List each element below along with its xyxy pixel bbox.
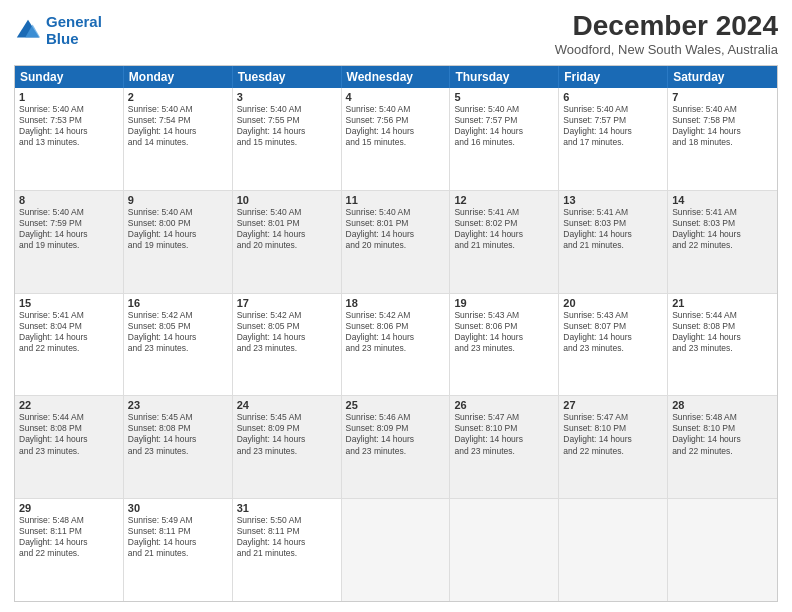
calendar-cell-1-4: 4Sunrise: 5:40 AM Sunset: 7:56 PM Daylig… bbox=[342, 88, 451, 190]
calendar-cell-2-4: 11Sunrise: 5:40 AM Sunset: 8:01 PM Dayli… bbox=[342, 191, 451, 293]
day-number: 15 bbox=[19, 297, 119, 309]
logo-line1: General bbox=[46, 13, 102, 30]
day-number: 11 bbox=[346, 194, 446, 206]
title-area: December 2024 Woodford, New South Wales,… bbox=[555, 10, 778, 57]
day-number: 23 bbox=[128, 399, 228, 411]
calendar-cell-3-2: 16Sunrise: 5:42 AM Sunset: 8:05 PM Dayli… bbox=[124, 294, 233, 396]
calendar-cell-1-1: 1Sunrise: 5:40 AM Sunset: 7:53 PM Daylig… bbox=[15, 88, 124, 190]
day-number: 22 bbox=[19, 399, 119, 411]
calendar-cell-1-7: 7Sunrise: 5:40 AM Sunset: 7:58 PM Daylig… bbox=[668, 88, 777, 190]
calendar-cell-2-5: 12Sunrise: 5:41 AM Sunset: 8:02 PM Dayli… bbox=[450, 191, 559, 293]
calendar-cell-5-3: 31Sunrise: 5:50 AM Sunset: 8:11 PM Dayli… bbox=[233, 499, 342, 601]
day-info: Sunrise: 5:47 AM Sunset: 8:10 PM Dayligh… bbox=[454, 412, 554, 456]
calendar-cell-1-3: 3Sunrise: 5:40 AM Sunset: 7:55 PM Daylig… bbox=[233, 88, 342, 190]
day-number: 17 bbox=[237, 297, 337, 309]
calendar-cell-1-5: 5Sunrise: 5:40 AM Sunset: 7:57 PM Daylig… bbox=[450, 88, 559, 190]
day-info: Sunrise: 5:40 AM Sunset: 8:00 PM Dayligh… bbox=[128, 207, 228, 251]
calendar-cell-3-6: 20Sunrise: 5:43 AM Sunset: 8:07 PM Dayli… bbox=[559, 294, 668, 396]
calendar-cell-5-2: 30Sunrise: 5:49 AM Sunset: 8:11 PM Dayli… bbox=[124, 499, 233, 601]
day-number: 12 bbox=[454, 194, 554, 206]
day-number: 16 bbox=[128, 297, 228, 309]
day-number: 4 bbox=[346, 91, 446, 103]
calendar-cell-4-1: 22Sunrise: 5:44 AM Sunset: 8:08 PM Dayli… bbox=[15, 396, 124, 498]
day-info: Sunrise: 5:40 AM Sunset: 7:55 PM Dayligh… bbox=[237, 104, 337, 148]
day-info: Sunrise: 5:40 AM Sunset: 7:59 PM Dayligh… bbox=[19, 207, 119, 251]
logo-line2: Blue bbox=[46, 30, 79, 47]
day-info: Sunrise: 5:45 AM Sunset: 8:09 PM Dayligh… bbox=[237, 412, 337, 456]
calendar: SundayMondayTuesdayWednesdayThursdayFrid… bbox=[14, 65, 778, 602]
day-number: 21 bbox=[672, 297, 773, 309]
day-info: Sunrise: 5:42 AM Sunset: 8:05 PM Dayligh… bbox=[237, 310, 337, 354]
header-day-saturday: Saturday bbox=[668, 66, 777, 88]
logo: General Blue bbox=[14, 14, 102, 47]
calendar-cell-4-7: 28Sunrise: 5:48 AM Sunset: 8:10 PM Dayli… bbox=[668, 396, 777, 498]
day-info: Sunrise: 5:41 AM Sunset: 8:03 PM Dayligh… bbox=[563, 207, 663, 251]
calendar-cell-5-4 bbox=[342, 499, 451, 601]
day-info: Sunrise: 5:40 AM Sunset: 7:53 PM Dayligh… bbox=[19, 104, 119, 148]
calendar-cell-5-7 bbox=[668, 499, 777, 601]
day-number: 9 bbox=[128, 194, 228, 206]
day-number: 28 bbox=[672, 399, 773, 411]
day-info: Sunrise: 5:40 AM Sunset: 7:57 PM Dayligh… bbox=[563, 104, 663, 148]
calendar-cell-5-6 bbox=[559, 499, 668, 601]
day-number: 25 bbox=[346, 399, 446, 411]
calendar-cell-3-1: 15Sunrise: 5:41 AM Sunset: 8:04 PM Dayli… bbox=[15, 294, 124, 396]
header-day-friday: Friday bbox=[559, 66, 668, 88]
day-info: Sunrise: 5:45 AM Sunset: 8:08 PM Dayligh… bbox=[128, 412, 228, 456]
day-info: Sunrise: 5:49 AM Sunset: 8:11 PM Dayligh… bbox=[128, 515, 228, 559]
day-number: 19 bbox=[454, 297, 554, 309]
logo-text: General Blue bbox=[46, 14, 102, 47]
calendar-row-2: 8Sunrise: 5:40 AM Sunset: 7:59 PM Daylig… bbox=[15, 191, 777, 294]
day-info: Sunrise: 5:42 AM Sunset: 8:06 PM Dayligh… bbox=[346, 310, 446, 354]
day-number: 29 bbox=[19, 502, 119, 514]
header-day-monday: Monday bbox=[124, 66, 233, 88]
calendar-cell-4-5: 26Sunrise: 5:47 AM Sunset: 8:10 PM Dayli… bbox=[450, 396, 559, 498]
day-info: Sunrise: 5:40 AM Sunset: 7:56 PM Dayligh… bbox=[346, 104, 446, 148]
day-info: Sunrise: 5:41 AM Sunset: 8:02 PM Dayligh… bbox=[454, 207, 554, 251]
day-info: Sunrise: 5:44 AM Sunset: 8:08 PM Dayligh… bbox=[19, 412, 119, 456]
calendar-cell-3-5: 19Sunrise: 5:43 AM Sunset: 8:06 PM Dayli… bbox=[450, 294, 559, 396]
calendar-row-4: 22Sunrise: 5:44 AM Sunset: 8:08 PM Dayli… bbox=[15, 396, 777, 499]
logo-icon bbox=[14, 17, 42, 45]
page: General Blue December 2024 Woodford, New… bbox=[0, 0, 792, 612]
calendar-cell-2-1: 8Sunrise: 5:40 AM Sunset: 7:59 PM Daylig… bbox=[15, 191, 124, 293]
day-number: 5 bbox=[454, 91, 554, 103]
calendar-cell-4-4: 25Sunrise: 5:46 AM Sunset: 8:09 PM Dayli… bbox=[342, 396, 451, 498]
calendar-cell-3-3: 17Sunrise: 5:42 AM Sunset: 8:05 PM Dayli… bbox=[233, 294, 342, 396]
main-title: December 2024 bbox=[555, 10, 778, 42]
calendar-cell-3-7: 21Sunrise: 5:44 AM Sunset: 8:08 PM Dayli… bbox=[668, 294, 777, 396]
day-number: 18 bbox=[346, 297, 446, 309]
day-info: Sunrise: 5:48 AM Sunset: 8:11 PM Dayligh… bbox=[19, 515, 119, 559]
calendar-cell-5-1: 29Sunrise: 5:48 AM Sunset: 8:11 PM Dayli… bbox=[15, 499, 124, 601]
calendar-header: SundayMondayTuesdayWednesdayThursdayFrid… bbox=[15, 66, 777, 88]
day-info: Sunrise: 5:50 AM Sunset: 8:11 PM Dayligh… bbox=[237, 515, 337, 559]
day-info: Sunrise: 5:44 AM Sunset: 8:08 PM Dayligh… bbox=[672, 310, 773, 354]
calendar-cell-5-5 bbox=[450, 499, 559, 601]
calendar-body: 1Sunrise: 5:40 AM Sunset: 7:53 PM Daylig… bbox=[15, 88, 777, 601]
header-day-thursday: Thursday bbox=[450, 66, 559, 88]
day-number: 31 bbox=[237, 502, 337, 514]
header-day-sunday: Sunday bbox=[15, 66, 124, 88]
day-number: 7 bbox=[672, 91, 773, 103]
day-info: Sunrise: 5:40 AM Sunset: 7:57 PM Dayligh… bbox=[454, 104, 554, 148]
header: General Blue December 2024 Woodford, New… bbox=[14, 10, 778, 57]
calendar-cell-2-6: 13Sunrise: 5:41 AM Sunset: 8:03 PM Dayli… bbox=[559, 191, 668, 293]
day-info: Sunrise: 5:40 AM Sunset: 8:01 PM Dayligh… bbox=[346, 207, 446, 251]
day-number: 6 bbox=[563, 91, 663, 103]
subtitle: Woodford, New South Wales, Australia bbox=[555, 42, 778, 57]
calendar-cell-4-6: 27Sunrise: 5:47 AM Sunset: 8:10 PM Dayli… bbox=[559, 396, 668, 498]
header-day-tuesday: Tuesday bbox=[233, 66, 342, 88]
day-info: Sunrise: 5:47 AM Sunset: 8:10 PM Dayligh… bbox=[563, 412, 663, 456]
day-number: 1 bbox=[19, 91, 119, 103]
day-info: Sunrise: 5:40 AM Sunset: 7:58 PM Dayligh… bbox=[672, 104, 773, 148]
calendar-row-1: 1Sunrise: 5:40 AM Sunset: 7:53 PM Daylig… bbox=[15, 88, 777, 191]
day-number: 2 bbox=[128, 91, 228, 103]
day-number: 14 bbox=[672, 194, 773, 206]
day-number: 10 bbox=[237, 194, 337, 206]
day-info: Sunrise: 5:43 AM Sunset: 8:06 PM Dayligh… bbox=[454, 310, 554, 354]
day-info: Sunrise: 5:40 AM Sunset: 7:54 PM Dayligh… bbox=[128, 104, 228, 148]
day-info: Sunrise: 5:46 AM Sunset: 8:09 PM Dayligh… bbox=[346, 412, 446, 456]
day-number: 24 bbox=[237, 399, 337, 411]
calendar-cell-4-2: 23Sunrise: 5:45 AM Sunset: 8:08 PM Dayli… bbox=[124, 396, 233, 498]
day-number: 13 bbox=[563, 194, 663, 206]
